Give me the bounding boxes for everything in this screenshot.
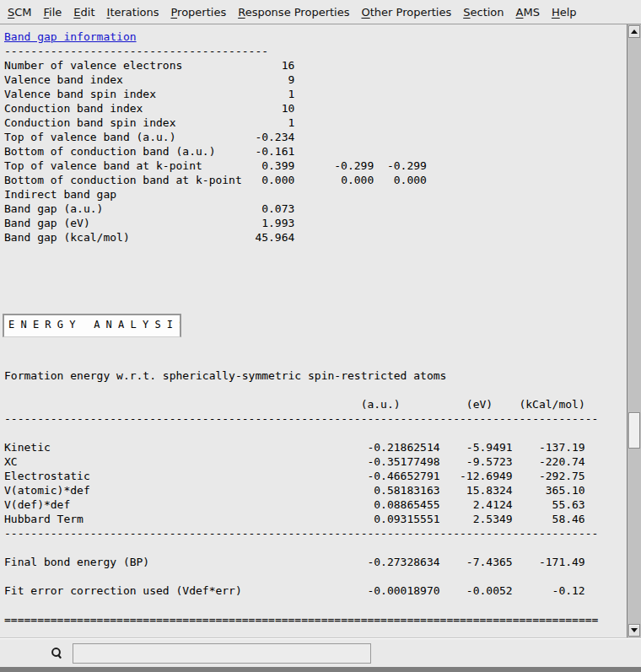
row-label: Top of valence band at k-point — [4, 159, 249, 173]
row-value: 55.63 — [513, 497, 585, 512]
row-label: Valence band index — [4, 73, 249, 87]
separator-line: ========================================… — [4, 612, 627, 626]
row-label: Band gap (kcal/mol) — [4, 230, 249, 245]
row-value: -171.49 — [513, 555, 585, 569]
row-value: -7.4365 — [440, 555, 513, 569]
row-label: Bottom of conduction band at k-point — [4, 173, 249, 187]
table-row: Electrostatic-0.46652791-12.6949-292.75 — [4, 469, 627, 483]
row-value: -5.9491 — [440, 440, 513, 454]
column-header: (eV) — [401, 397, 493, 411]
row-value: 9 — [249, 73, 295, 87]
table-row: Bottom of conduction band (a.u.)-0.161 — [4, 144, 627, 159]
table-row: Hubbard Term0.093155512.534958.46 — [4, 512, 627, 526]
row-value: 0.000 — [294, 173, 374, 187]
table-row: Bottom of conduction band at k-point0.00… — [4, 173, 627, 187]
separator-line: ----------------------------------------… — [4, 526, 627, 540]
scroll-up-button[interactable] — [628, 25, 640, 38]
row-label: Conduction band spin index — [4, 116, 249, 130]
table-row: Band gap (kcal/mol)45.964 — [4, 230, 627, 245]
row-label: Electrostatic — [4, 469, 334, 483]
menu-item-section[interactable]: Section — [457, 3, 509, 22]
energy-analysis-banner: E N E R G Y A N A L Y S I S — [3, 314, 181, 337]
output-text: Band gap information -------------------… — [0, 24, 627, 637]
row-label: Indirect band gap — [4, 187, 249, 202]
menu-item-ams[interactable]: AMS — [510, 3, 546, 22]
menu-bar: SCM File Edit Iterations Properties Resp… — [0, 0, 641, 24]
row-value: 0.58183163 — [334, 483, 439, 497]
row-value: -0.234 — [249, 130, 295, 144]
row-value: 0.000 — [249, 173, 295, 187]
search-icon — [51, 647, 63, 660]
row-value: 1.993 — [249, 216, 295, 230]
row-value: -220.74 — [513, 454, 585, 469]
row-value: -0.299 — [374, 159, 427, 173]
row-label: Fit error correction used (Vdef*err) — [4, 583, 334, 598]
table-row: Top of valence band at k-point0.399-0.29… — [4, 159, 627, 173]
row-value: 0.073 — [249, 202, 295, 216]
row-label: Band gap (a.u.) — [4, 202, 249, 216]
menu-item-scm[interactable]: SCM — [2, 3, 38, 22]
row-label: Number of valence electrons — [4, 58, 249, 73]
row-label: Top of valence band (a.u.) — [4, 130, 249, 144]
row-value: -0.161 — [249, 144, 295, 159]
row-value: -0.00018970 — [334, 583, 439, 598]
table-row: Valence band index9 — [4, 73, 627, 87]
table-row: Final bond energy (BP)-0.27328634-7.4365… — [4, 555, 627, 569]
column-headers: (a.u.)(eV)(kCal/mol) — [4, 397, 627, 411]
row-value: -0.21862514 — [334, 440, 439, 454]
scrollbar-thumb[interactable] — [628, 412, 640, 449]
table-row: Indirect band gap — [4, 187, 627, 202]
menu-item-properties[interactable]: Properties — [164, 3, 232, 22]
section-link-band-gap[interactable]: Band gap information — [4, 30, 137, 44]
row-value: 15.8324 — [440, 483, 513, 497]
table-row: Band gap (eV)1.993 — [4, 216, 627, 230]
column-header: (a.u.) — [4, 397, 401, 411]
arrow-up-icon — [631, 30, 638, 34]
search-input[interactable] — [73, 643, 371, 664]
search-bar — [0, 638, 641, 667]
table-row: XC-0.35177498-9.5723-220.74 — [4, 454, 627, 469]
row-value: -0.299 — [294, 159, 374, 173]
row-label: XC — [4, 454, 334, 469]
menu-item-other-properties[interactable]: Other Properties — [355, 3, 457, 22]
menu-item-edit[interactable]: Edit — [67, 3, 100, 22]
row-value: 10 — [249, 101, 295, 116]
row-value: 16 — [249, 58, 295, 73]
table-row: Valence band spin index1 — [4, 87, 627, 101]
row-label: Hubbard Term — [4, 512, 334, 526]
table-row: Fit error correction used (Vdef*err)-0.0… — [4, 583, 627, 598]
row-label: Bottom of conduction band (a.u.) — [4, 144, 249, 159]
separator-line: ---------------------------------------- — [4, 44, 627, 58]
row-value: -9.5723 — [440, 454, 513, 469]
menu-item-iterations[interactable]: Iterations — [101, 3, 165, 22]
menu-item-response-properties[interactable]: Response Properties — [232, 3, 355, 22]
menu-item-help[interactable]: Help — [546, 3, 583, 22]
separator-line: ----------------------------------------… — [4, 411, 627, 426]
row-value: -0.35177498 — [334, 454, 439, 469]
row-value: -0.0052 — [440, 583, 513, 598]
row-value: 2.5349 — [440, 512, 513, 526]
row-value: 0.399 — [249, 159, 295, 173]
table-row: Top of valence band (a.u.)-0.234 — [4, 130, 627, 144]
row-value: -0.27328634 — [334, 555, 439, 569]
table-row: Conduction band spin index1 — [4, 116, 627, 130]
table-row: Number of valence electrons16 — [4, 58, 627, 73]
row-value: 1 — [249, 87, 295, 101]
table-row: V(def)*def0.088654552.412455.63 — [4, 497, 627, 512]
row-value: 0.09315551 — [334, 512, 439, 526]
row-value: 45.964 — [249, 230, 295, 245]
row-label: Band gap (eV) — [4, 216, 249, 230]
row-value: 0.000 — [374, 173, 427, 187]
row-label: V(def)*def — [4, 497, 334, 512]
row-value: 365.10 — [513, 483, 585, 497]
row-label: Valence band spin index — [4, 87, 249, 101]
scroll-down-button[interactable] — [628, 624, 640, 637]
row-label: Kinetic — [4, 440, 334, 454]
menu-item-file[interactable]: File — [38, 3, 68, 22]
row-value: 0.08865455 — [334, 497, 439, 512]
row-value: 2.4124 — [440, 497, 513, 512]
row-value: 58.46 — [513, 512, 585, 526]
table-row: Conduction band index10 — [4, 101, 627, 116]
vertical-scrollbar[interactable] — [627, 24, 641, 637]
row-value: -137.19 — [513, 440, 585, 454]
